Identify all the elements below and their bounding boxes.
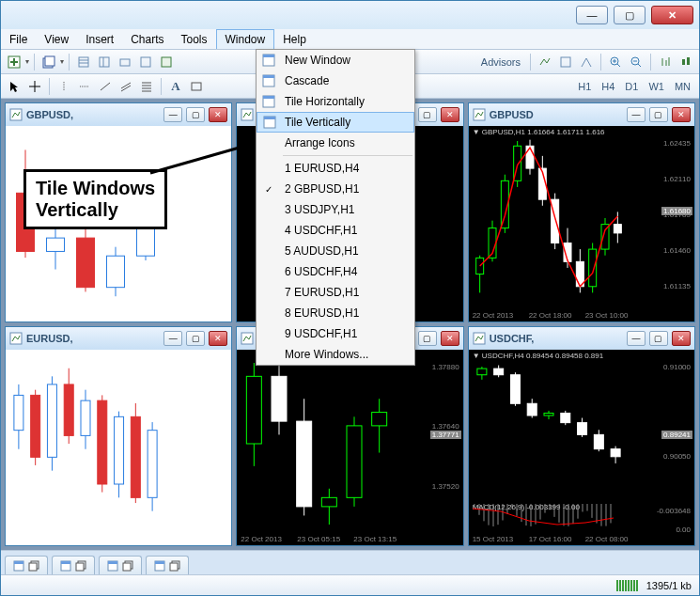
chart-maximize-button[interactable]: ▢: [649, 331, 668, 346]
chart-close-button[interactable]: ✕: [441, 107, 459, 122]
svg-rect-36: [10, 109, 22, 120]
restore-icon: [169, 560, 180, 572]
candle-chart-icon[interactable]: [677, 53, 695, 71]
menu-item-tile-vertically[interactable]: Tile Vertically: [257, 112, 414, 133]
menu-item-new-window[interactable]: New Window: [257, 50, 414, 71]
strategy-tester-icon[interactable]: [136, 53, 155, 71]
chart-tab-3[interactable]: [146, 556, 189, 574]
menu-view[interactable]: View: [36, 29, 77, 49]
macd-histogram: [473, 504, 623, 534]
menu-item-5-audusd-h1[interactable]: 5 AUDUSD,H1: [257, 241, 414, 261]
menu-item-tile-horizontally[interactable]: Tile Horizontally: [257, 91, 414, 112]
chart-tab-0[interactable]: [5, 556, 48, 574]
restore-icon: [75, 560, 86, 572]
chart-minimize-button[interactable]: —: [627, 331, 646, 346]
timeframe-d1[interactable]: D1: [620, 81, 643, 92]
navigator-icon[interactable]: [95, 53, 114, 71]
chart-minimize-button[interactable]: —: [163, 107, 182, 122]
timeframe-mn[interactable]: MN: [670, 81, 695, 92]
menu-item-8-eurusd-h1[interactable]: 8 EURUSD,H1: [257, 303, 414, 323]
new-chart-icon[interactable]: [5, 53, 23, 71]
text-icon[interactable]: A: [166, 77, 185, 96]
menu-file[interactable]: File: [1, 29, 36, 49]
bar-chart-icon[interactable]: [656, 53, 675, 71]
menu-item-9-usdchf-h1[interactable]: 9 USDCHF,H1: [257, 323, 414, 344]
expert-advisors-label[interactable]: Advisors: [476, 56, 525, 68]
menu-item-6-usdchf-h4[interactable]: 6 USDCHF,H4: [257, 261, 414, 282]
chart-maximize-button[interactable]: ▢: [418, 331, 437, 346]
vertical-line-icon[interactable]: [54, 77, 73, 96]
menu-item-4-usdchf-h1[interactable]: 4 USDCHF,H1: [257, 220, 414, 241]
maximize-button[interactable]: ▢: [614, 6, 646, 24]
chart-title: GBPUSD: [490, 109, 623, 120]
chart-title: USDCHF,: [490, 333, 623, 344]
chart-close-button[interactable]: ✕: [672, 107, 691, 122]
chart-close-button[interactable]: ✕: [209, 331, 227, 346]
chart-maximize-button[interactable]: ▢: [649, 107, 668, 122]
menubar: FileViewInsertChartsToolsWindowHelp: [1, 29, 699, 50]
menu-item-3-usdjpy-h1[interactable]: 3 USDJPY,H1: [257, 199, 414, 220]
menu-charts[interactable]: Charts: [122, 29, 172, 49]
menu-item-more-windows-[interactable]: More Windows...: [257, 344, 414, 365]
restore-icon: [28, 560, 39, 572]
menu-item-arrange-icons[interactable]: Arrange Icons: [257, 133, 414, 153]
close-button[interactable]: ✕: [651, 6, 693, 24]
menu-item-2-gbpusd-h1[interactable]: 2 GBPUSD,H1✓: [257, 179, 414, 199]
chart-title: EURUSD,: [26, 333, 160, 344]
terminal-icon[interactable]: [116, 53, 134, 71]
chart-canvas[interactable]: ▼ GBPUSD,H1 1.61664 1.61711 1.6161.62435…: [469, 126, 694, 322]
chart-maximize-button[interactable]: ▢: [186, 331, 205, 346]
menu-item-cascade[interactable]: Cascade: [257, 71, 414, 91]
chart-titlebar[interactable]: USDCHF, — ▢ ✕: [469, 327, 694, 350]
cursor-icon[interactable]: [5, 77, 23, 96]
svg-rect-167: [155, 561, 164, 564]
menu-item-1-eurusd-h4[interactable]: 1 EURUSD,H4: [257, 158, 414, 179]
menu-window[interactable]: Window: [216, 29, 275, 49]
indicator-list-icon[interactable]: [536, 53, 554, 71]
minimize-button[interactable]: —: [576, 6, 608, 24]
market-watch-icon[interactable]: [74, 53, 93, 71]
equidistant-channel-icon[interactable]: [117, 77, 135, 96]
chart-canvas[interactable]: 1.378801.376401.375201.3777122 Oct 20132…: [237, 350, 462, 545]
svg-rect-98: [297, 421, 312, 507]
chart-tab-1[interactable]: [52, 556, 95, 574]
svg-rect-153: [611, 449, 620, 457]
chart-titlebar[interactable]: EURUSD, — ▢ ✕: [6, 327, 231, 350]
svg-line-13: [617, 64, 620, 67]
menu-help[interactable]: Help: [274, 29, 315, 49]
timeframe-h1[interactable]: H1: [573, 81, 596, 92]
menu-item-7-eurusd-h1[interactable]: 7 EURUSD,H1: [257, 282, 414, 303]
templates-icon[interactable]: [577, 53, 596, 71]
chart-minimize-button[interactable]: —: [627, 107, 646, 122]
chart-close-button[interactable]: ✕: [441, 331, 459, 346]
trendline-icon[interactable]: [96, 77, 115, 96]
menu-insert[interactable]: Insert: [77, 29, 122, 49]
chart-close-button[interactable]: ✕: [209, 107, 227, 122]
chart-canvas[interactable]: [6, 350, 231, 545]
zoom-in-icon[interactable]: [606, 53, 625, 71]
y-tick: 0.91000: [663, 363, 691, 371]
x-tick: 22 Oct 08:00: [585, 535, 629, 543]
indicator-tick: 0.00: [676, 525, 691, 534]
profiles-icon[interactable]: [39, 53, 58, 71]
chart-close-button[interactable]: ✕: [672, 331, 691, 346]
new-order-icon[interactable]: [157, 53, 176, 71]
chart-minimize-button[interactable]: —: [163, 331, 182, 346]
text-label-icon[interactable]: [187, 77, 206, 96]
chart-maximize-button[interactable]: ▢: [186, 107, 205, 122]
horizontal-line-icon[interactable]: [75, 77, 94, 96]
chart-canvas[interactable]: ▼ USDCHF,H4 0.89454 0.89458 0.8910.91000…: [469, 350, 694, 545]
y-tick: 1.61135: [663, 282, 691, 290]
menu-tools[interactable]: Tools: [173, 29, 216, 49]
timeframe-h4[interactable]: H4: [597, 81, 619, 92]
fibonacci-icon[interactable]: [137, 77, 156, 96]
zoom-out-icon[interactable]: [627, 53, 646, 71]
chart-maximize-button[interactable]: ▢: [418, 107, 437, 122]
periodicity-icon[interactable]: [556, 53, 575, 71]
crosshair-icon[interactable]: [25, 77, 44, 96]
svg-rect-8: [120, 59, 130, 66]
timeframe-w1[interactable]: W1: [644, 81, 669, 92]
chart-titlebar[interactable]: GBPUSD, — ▢ ✕: [6, 103, 231, 126]
chart-tab-2[interactable]: [99, 556, 142, 574]
chart-titlebar[interactable]: GBPUSD — ▢ ✕: [469, 103, 694, 126]
